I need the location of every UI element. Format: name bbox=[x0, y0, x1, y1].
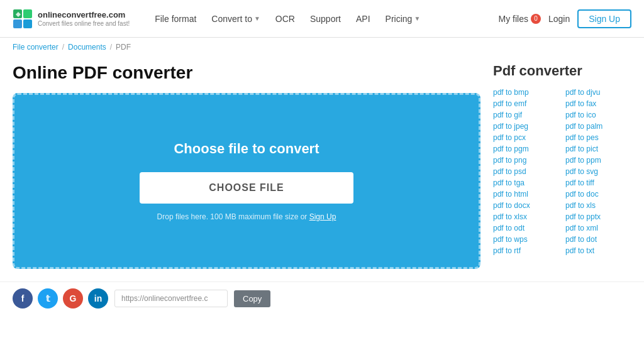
copy-button[interactable]: Copy bbox=[234, 290, 270, 307]
converter-link-item[interactable]: pdf to tiff bbox=[565, 178, 631, 187]
right-panel: Pdf converter pdf to bmppdf to emfpdf to… bbox=[493, 63, 631, 269]
converter-link-item[interactable]: pdf to rtf bbox=[493, 246, 559, 255]
converter-col-2: pdf to djvupdf to faxpdf to icopdf to pa… bbox=[565, 88, 631, 255]
social-icons: f 𝕥 G in bbox=[13, 288, 108, 309]
converter-link-item[interactable]: pdf to pes bbox=[565, 133, 631, 142]
logo[interactable]: onlineconvertfree.com Convert files onli… bbox=[13, 9, 130, 29]
converter-link-item[interactable]: pdf to html bbox=[493, 190, 559, 199]
twitter-icon[interactable]: 𝕥 bbox=[38, 288, 58, 309]
converter-link-item[interactable]: pdf to pict bbox=[565, 145, 631, 153]
breadcrumb-separator-1: / bbox=[62, 43, 64, 52]
converter-link-item[interactable]: pdf to xlsx bbox=[493, 212, 559, 221]
converter-link-item[interactable]: pdf to pptx bbox=[565, 212, 631, 221]
converter-link-item[interactable]: pdf to ico bbox=[565, 111, 631, 119]
facebook-icon[interactable]: f bbox=[13, 288, 33, 309]
svg-rect-3 bbox=[23, 19, 32, 28]
converter-link-item[interactable]: pdf to doc bbox=[565, 190, 631, 199]
breadcrumb-current: PDF bbox=[116, 43, 131, 52]
choose-file-button[interactable]: CHOOSE FILE bbox=[140, 172, 353, 204]
files-count-badge: 0 bbox=[531, 14, 541, 24]
linkedin-icon[interactable]: in bbox=[88, 288, 108, 309]
nav-convert-to[interactable]: Convert to ▼ bbox=[205, 10, 267, 28]
upload-title: Choose file to convert bbox=[174, 141, 319, 157]
main-nav: File format Convert to ▼ OCR Support API… bbox=[148, 10, 498, 28]
breadcrumb-separator-2: / bbox=[110, 43, 112, 52]
converter-link-item[interactable]: pdf to docx bbox=[493, 201, 559, 210]
converter-col-1: pdf to bmppdf to emfpdf to gifpdf to jpe… bbox=[493, 88, 559, 255]
converter-link-item[interactable]: pdf to gif bbox=[493, 111, 559, 119]
converter-link-item[interactable]: pdf to palm bbox=[565, 122, 631, 131]
googleplus-icon[interactable]: G bbox=[63, 288, 83, 309]
converter-link-item[interactable]: pdf to emf bbox=[493, 99, 559, 108]
converter-link-item[interactable]: pdf to txt bbox=[565, 246, 631, 255]
converter-link-item[interactable]: pdf to svg bbox=[565, 167, 631, 176]
logo-title: onlineconvertfree.com bbox=[38, 10, 130, 20]
upload-box[interactable]: Choose file to convert CHOOSE FILE Drop … bbox=[13, 93, 480, 269]
nav-pricing[interactable]: Pricing ▼ bbox=[379, 10, 427, 28]
svg-rect-2 bbox=[13, 19, 22, 28]
converter-link-item[interactable]: pdf to djvu bbox=[565, 88, 631, 97]
converter-link-item[interactable]: pdf to odt bbox=[493, 224, 559, 232]
converter-link-item[interactable]: pdf to jpeg bbox=[493, 122, 559, 131]
url-input[interactable] bbox=[114, 290, 228, 307]
signup-link-upload[interactable]: Sign Up bbox=[309, 212, 336, 221]
signup-button[interactable]: Sign Up bbox=[577, 9, 631, 28]
svg-rect-1 bbox=[23, 9, 32, 18]
converter-link-item[interactable]: pdf to tga bbox=[493, 178, 559, 187]
nav-ocr[interactable]: OCR bbox=[269, 10, 301, 28]
login-button[interactable]: Login bbox=[548, 14, 570, 24]
nav-support[interactable]: Support bbox=[304, 10, 347, 28]
breadcrumb: File converter / Documents / PDF bbox=[0, 38, 644, 57]
converter-link-item[interactable]: pdf to dot bbox=[565, 235, 631, 244]
converter-link-item[interactable]: pdf to fax bbox=[565, 99, 631, 108]
logo-subtitle: Convert files online free and fast! bbox=[38, 20, 130, 27]
converter-link-item[interactable]: pdf to psd bbox=[493, 167, 559, 176]
footer-strip: f 𝕥 G in Copy bbox=[0, 281, 644, 315]
header: onlineconvertfree.com Convert files onli… bbox=[0, 0, 644, 38]
chevron-down-icon: ▼ bbox=[254, 15, 260, 22]
chevron-down-icon-pricing: ▼ bbox=[414, 15, 420, 22]
drop-text: Drop files here. 100 MB maximum file siz… bbox=[157, 212, 336, 221]
left-panel: Online PDF converter Choose file to conv… bbox=[13, 63, 480, 269]
converter-link-item[interactable]: pdf to png bbox=[493, 156, 559, 165]
breadcrumb-documents[interactable]: Documents bbox=[68, 43, 106, 52]
converter-link-item[interactable]: pdf to ppm bbox=[565, 156, 631, 165]
converter-link-item[interactable]: pdf to xls bbox=[565, 201, 631, 210]
converter-link-item[interactable]: pdf to wps bbox=[493, 235, 559, 244]
logo-icon bbox=[13, 9, 33, 29]
my-files-button[interactable]: My files 0 bbox=[498, 14, 540, 24]
nav-file-format[interactable]: File format bbox=[148, 10, 203, 28]
converter-link-item[interactable]: pdf to pcx bbox=[493, 133, 559, 142]
converter-link-item[interactable]: pdf to bmp bbox=[493, 88, 559, 97]
breadcrumb-file-converter[interactable]: File converter bbox=[13, 43, 58, 52]
page-title: Online PDF converter bbox=[13, 63, 480, 83]
nav-api[interactable]: API bbox=[350, 10, 377, 28]
right-panel-title: Pdf converter bbox=[493, 63, 631, 79]
main-content: Online PDF converter Choose file to conv… bbox=[0, 57, 644, 281]
converter-link-item[interactable]: pdf to pgm bbox=[493, 145, 559, 153]
header-right: My files 0 Login Sign Up bbox=[498, 9, 631, 28]
converter-link-item[interactable]: pdf to xml bbox=[565, 224, 631, 232]
converter-links: pdf to bmppdf to emfpdf to gifpdf to jpe… bbox=[493, 88, 631, 255]
